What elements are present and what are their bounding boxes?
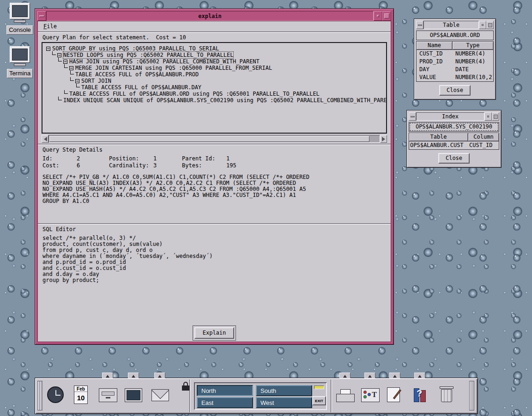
panel-handle-right[interactable]: [469, 381, 474, 410]
tree-node-label-selected[interactable]: NESTED LOOPS using PQS :Q65002 PARALLEL_…: [63, 52, 233, 58]
minus-glyph: [76, 81, 79, 81]
tree-node-label[interactable]: TABLE ACCESS FULL of OPS$ALANBUR.ORD usi…: [69, 91, 320, 97]
maximize-button[interactable]: [492, 112, 499, 121]
blue-swatch: [368, 393, 371, 396]
tab-terminal[interactable]: [128, 373, 139, 378]
front-panel: Feb 10 North South East: [35, 378, 478, 414]
tree-node-label[interactable]: INDEX UNIQUE SCAN UNIQUE of OPS$ALANBUR.…: [63, 97, 387, 104]
maximize-button[interactable]: [486, 21, 494, 29]
mail-control[interactable]: [151, 389, 169, 401]
tree-node-label[interactable]: HASH JOIN using PQS :Q65002 PARALLEL_COM…: [69, 58, 260, 65]
workspace-button-east[interactable]: East: [197, 397, 253, 408]
tab-help[interactable]: [414, 373, 425, 378]
collapse-icon[interactable]: [69, 66, 73, 70]
scrollbar-trough[interactable]: [48, 135, 380, 143]
tree-node[interactable]: TABLE ACCESS FULL of OPS$ALANBUR.DAY: [44, 84, 384, 91]
query-step-details: Id: 2 Position: 1 Parent Id: 1 Cost: 6 C…: [38, 154, 391, 223]
trash-control[interactable]: [440, 386, 453, 402]
printer-control[interactable]: [336, 389, 355, 402]
tab-text-editor[interactable]: [389, 373, 400, 378]
tree-node[interactable]: SORT JOIN: [44, 78, 384, 84]
terminal-icon: [125, 388, 142, 402]
desktop-icon-console[interactable]: Console: [3, 3, 37, 35]
workspace-button-west[interactable]: West: [256, 397, 312, 408]
cost-label: Cost:: [42, 162, 77, 169]
style-manager-control[interactable]: [361, 388, 380, 402]
table-row[interactable]: DAY DATE: [417, 66, 493, 73]
workspace-button-north[interactable]: North: [197, 385, 253, 396]
workspace-button-south[interactable]: South: [256, 385, 312, 396]
tree-node-label[interactable]: TABLE ACCESS FULL of OPS$ALANBUR.PROD: [75, 71, 199, 78]
scroll-left-button[interactable]: [42, 135, 48, 143]
table-row[interactable]: CUST_ID NUMBER(4): [417, 50, 493, 58]
index-dialog: Index OPS$ALANBUR.SYS_C002190 Table Colu…: [406, 110, 502, 168]
index-row[interactable]: OPS$ALANBUR.CUST CUST_ID: [409, 141, 499, 149]
table-header-row: Name Type: [417, 42, 493, 50]
maximize-button[interactable]: [382, 11, 391, 21]
up-arrow-icon: [132, 373, 135, 378]
window-menu-button[interactable]: [37, 11, 46, 21]
minimize-button[interactable]: [374, 11, 382, 21]
tree-node-label[interactable]: SORT JOIN: [81, 78, 111, 84]
window-menu-button[interactable]: [416, 21, 423, 29]
collapse-icon[interactable]: [57, 53, 61, 57]
column-header-name[interactable]: Name: [417, 42, 453, 49]
up-arrow-icon: [343, 373, 347, 378]
tree-node[interactable]: TABLE ACCESS FULL of OPS$ALANBUR.PROD: [44, 71, 384, 78]
explain-window: explain File Query Plan for select state…: [35, 8, 394, 345]
terminal-control[interactable]: [125, 388, 142, 402]
tree-node[interactable]: TABLE ACCESS FULL of OPS$ALANBUR.ORD usi…: [44, 91, 384, 97]
exit-button[interactable]: EXIT: [312, 396, 326, 405]
explain-titlebar[interactable]: explain: [37, 11, 391, 21]
table-row[interactable]: VALUE NUMBER(10,2): [417, 73, 493, 81]
minimize-button[interactable]: [479, 21, 486, 29]
panel-handle-left[interactable]: [37, 381, 42, 410]
column-header-type[interactable]: Type: [453, 42, 493, 49]
index-dialog-titlebar[interactable]: Index: [409, 112, 499, 121]
close-button[interactable]: Close: [439, 85, 471, 96]
file-manager-control[interactable]: [99, 388, 117, 402]
tab-style-manager[interactable]: [364, 373, 375, 378]
calendar-day: 10: [74, 392, 87, 402]
menu-file[interactable]: File: [41, 22, 60, 31]
collapse-icon[interactable]: [75, 79, 79, 83]
panel-separator: [331, 379, 332, 412]
tree-node[interactable]: INDEX UNIQUE SCAN UNIQUE of OPS$ALANBUR.…: [44, 97, 384, 104]
calendar-control[interactable]: Feb 10: [74, 385, 88, 404]
tree-node-label[interactable]: SORT GROUP BY using PQS :Q65003 PARALLEL…: [52, 45, 219, 52]
tree-node-label[interactable]: MERGE JOIN CARTESIAN using PQS :Q65000 P…: [75, 65, 272, 71]
column-header-table[interactable]: Table: [409, 133, 468, 141]
help-control[interactable]: [412, 387, 429, 402]
tree-connector: [52, 51, 56, 55]
explain-button[interactable]: Explain: [194, 327, 235, 339]
tree-node-label[interactable]: TABLE ACCESS FULL of OPS$ALANBUR.DAY: [81, 84, 201, 91]
table-row[interactable]: PROD_ID NUMBER(4): [417, 58, 493, 66]
window-menu-button[interactable]: [409, 112, 416, 121]
collapse-icon[interactable]: [63, 60, 67, 64]
tree-connector: [58, 97, 62, 100]
tree-node[interactable]: HASH JOIN using PQS :Q65002 PARALLEL_COM…: [44, 58, 384, 65]
collapse-icon[interactable]: [46, 47, 50, 51]
column-header-column[interactable]: Column: [468, 133, 499, 141]
tree-node[interactable]: NESTED LOOPS using PQS :Q65002 PARALLEL_…: [44, 52, 384, 58]
clock-control[interactable]: [47, 386, 64, 403]
table-dialog-titlebar[interactable]: Table: [416, 21, 494, 29]
trash-can: [441, 389, 452, 402]
sql-editor-textarea[interactable]: select /*+ parallel(o, 3) */ product, co…: [38, 233, 391, 324]
tab-printer[interactable]: [339, 373, 351, 378]
close-button-row: Close: [409, 150, 499, 165]
text-editor-control[interactable]: [387, 387, 400, 402]
minimize-button[interactable]: [484, 112, 492, 121]
tab-mail[interactable]: [154, 373, 165, 378]
tab-file-manager[interactable]: [102, 373, 113, 378]
scrollbar-thumb[interactable]: [49, 136, 369, 142]
printer-body: [336, 394, 355, 402]
tree-node[interactable]: SORT GROUP BY using PQS :Q65003 PARALLEL…: [44, 45, 384, 52]
tree-node[interactable]: MERGE JOIN CARTESIAN using PQS :Q65000 P…: [44, 65, 384, 71]
horizontal-scrollbar[interactable]: [42, 135, 387, 143]
terminal-label: Termina: [7, 69, 33, 78]
scroll-right-button[interactable]: [380, 135, 387, 143]
close-button[interactable]: Close: [438, 153, 470, 164]
table-object-name: OPS$ALANBUR.ORD: [416, 31, 494, 40]
desktop-icon-terminal[interactable]: Termina: [3, 46, 37, 78]
